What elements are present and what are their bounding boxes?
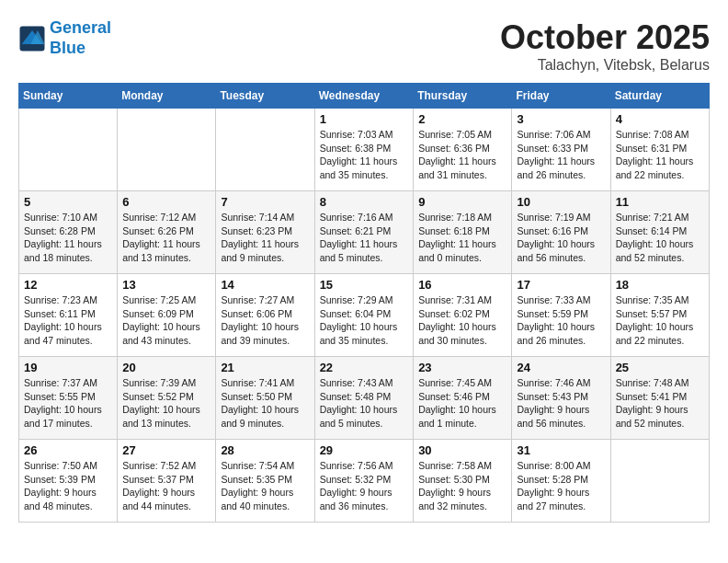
day-number: 24 xyxy=(517,361,605,374)
logo-line2: Blue xyxy=(50,39,85,57)
page-header: General Blue October 2025 Talachyn, Vite… xyxy=(18,18,710,74)
day-number: 19 xyxy=(24,361,112,374)
day-number: 31 xyxy=(517,443,605,457)
day-info: Sunrise: 8:00 AM Sunset: 5:28 PM Dayligh… xyxy=(517,459,605,513)
day-info: Sunrise: 7:25 AM Sunset: 6:09 PM Dayligh… xyxy=(122,293,210,348)
day-number: 26 xyxy=(24,443,112,457)
day-number: 21 xyxy=(221,361,309,374)
day-info: Sunrise: 7:56 AM Sunset: 5:32 PM Dayligh… xyxy=(320,459,409,513)
logo-icon xyxy=(18,25,46,52)
calendar-body: 1Sunrise: 7:03 AM Sunset: 6:38 PM Daylig… xyxy=(19,109,710,523)
weekday-header-tuesday: Tuesday xyxy=(216,84,314,109)
calendar-cell: 2Sunrise: 7:05 AM Sunset: 6:36 PM Daylig… xyxy=(414,109,512,191)
calendar-cell: 12Sunrise: 7:23 AM Sunset: 6:11 PM Dayli… xyxy=(19,274,118,357)
day-info: Sunrise: 7:50 AM Sunset: 5:39 PM Dayligh… xyxy=(24,459,112,513)
day-info: Sunrise: 7:48 AM Sunset: 5:41 PM Dayligh… xyxy=(616,376,704,431)
day-number: 25 xyxy=(616,361,704,374)
day-info: Sunrise: 7:39 AM Sunset: 5:52 PM Dayligh… xyxy=(122,376,210,431)
calendar-cell: 1Sunrise: 7:03 AM Sunset: 6:38 PM Daylig… xyxy=(314,109,414,191)
day-info: Sunrise: 7:23 AM Sunset: 6:11 PM Dayligh… xyxy=(24,293,112,348)
day-info: Sunrise: 7:29 AM Sunset: 6:04 PM Dayligh… xyxy=(320,293,409,348)
day-number: 11 xyxy=(616,195,704,209)
calendar-cell xyxy=(118,109,216,191)
calendar-header: SundayMondayTuesdayWednesdayThursdayFrid… xyxy=(19,84,710,109)
calendar-cell xyxy=(19,109,118,191)
day-number: 2 xyxy=(418,112,506,126)
day-number: 23 xyxy=(418,361,506,374)
logo: General Blue xyxy=(18,18,111,58)
day-number: 9 xyxy=(418,195,506,209)
day-info: Sunrise: 7:58 AM Sunset: 5:30 PM Dayligh… xyxy=(418,459,506,513)
day-number: 1 xyxy=(320,112,409,126)
day-number: 14 xyxy=(221,278,309,292)
calendar-cell: 26Sunrise: 7:50 AM Sunset: 5:39 PM Dayli… xyxy=(19,440,118,523)
calendar-cell: 19Sunrise: 7:37 AM Sunset: 5:55 PM Dayli… xyxy=(19,357,118,440)
day-info: Sunrise: 7:10 AM Sunset: 6:28 PM Dayligh… xyxy=(24,211,112,265)
day-number: 5 xyxy=(24,195,112,209)
calendar-cell: 30Sunrise: 7:58 AM Sunset: 5:30 PM Dayli… xyxy=(414,440,512,523)
weekday-header-row: SundayMondayTuesdayWednesdayThursdayFrid… xyxy=(19,84,710,109)
calendar-week-4: 19Sunrise: 7:37 AM Sunset: 5:55 PM Dayli… xyxy=(19,357,710,440)
day-info: Sunrise: 7:18 AM Sunset: 6:18 PM Dayligh… xyxy=(418,211,506,265)
calendar-cell: 5Sunrise: 7:10 AM Sunset: 6:28 PM Daylig… xyxy=(19,191,118,274)
calendar-cell: 25Sunrise: 7:48 AM Sunset: 5:41 PM Dayli… xyxy=(610,357,709,440)
calendar-week-2: 5Sunrise: 7:10 AM Sunset: 6:28 PM Daylig… xyxy=(19,191,710,274)
day-info: Sunrise: 7:06 AM Sunset: 6:33 PM Dayligh… xyxy=(517,128,605,182)
calendar-week-5: 26Sunrise: 7:50 AM Sunset: 5:39 PM Dayli… xyxy=(19,440,710,523)
day-info: Sunrise: 7:03 AM Sunset: 6:38 PM Dayligh… xyxy=(320,128,409,182)
day-info: Sunrise: 7:31 AM Sunset: 6:02 PM Dayligh… xyxy=(418,293,506,348)
calendar-cell: 15Sunrise: 7:29 AM Sunset: 6:04 PM Dayli… xyxy=(314,274,414,357)
calendar-cell: 24Sunrise: 7:46 AM Sunset: 5:43 PM Dayli… xyxy=(512,357,610,440)
weekday-header-saturday: Saturday xyxy=(610,84,709,109)
calendar-cell: 8Sunrise: 7:16 AM Sunset: 6:21 PM Daylig… xyxy=(314,191,414,274)
calendar-cell: 11Sunrise: 7:21 AM Sunset: 6:14 PM Dayli… xyxy=(610,191,709,274)
weekday-header-monday: Monday xyxy=(118,84,216,109)
day-number: 28 xyxy=(221,443,309,457)
calendar-cell xyxy=(610,440,709,523)
calendar-table: SundayMondayTuesdayWednesdayThursdayFrid… xyxy=(18,83,710,523)
day-number: 30 xyxy=(418,443,506,457)
logo-line1: General xyxy=(50,18,111,37)
calendar-cell: 4Sunrise: 7:08 AM Sunset: 6:31 PM Daylig… xyxy=(610,109,709,191)
day-number: 12 xyxy=(24,278,112,292)
weekday-header-wednesday: Wednesday xyxy=(314,84,414,109)
calendar-cell xyxy=(216,109,314,191)
day-info: Sunrise: 7:41 AM Sunset: 5:50 PM Dayligh… xyxy=(221,376,309,431)
day-info: Sunrise: 7:45 AM Sunset: 5:46 PM Dayligh… xyxy=(418,376,506,431)
day-info: Sunrise: 7:12 AM Sunset: 6:26 PM Dayligh… xyxy=(122,211,210,265)
day-number: 22 xyxy=(320,361,409,374)
calendar-cell: 7Sunrise: 7:14 AM Sunset: 6:23 PM Daylig… xyxy=(216,191,314,274)
calendar-cell: 13Sunrise: 7:25 AM Sunset: 6:09 PM Dayli… xyxy=(118,274,216,357)
day-info: Sunrise: 7:21 AM Sunset: 6:14 PM Dayligh… xyxy=(616,211,704,265)
calendar-cell: 21Sunrise: 7:41 AM Sunset: 5:50 PM Dayli… xyxy=(216,357,314,440)
calendar-cell: 31Sunrise: 8:00 AM Sunset: 5:28 PM Dayli… xyxy=(512,440,610,523)
day-info: Sunrise: 7:05 AM Sunset: 6:36 PM Dayligh… xyxy=(418,128,506,182)
logo-text: General Blue xyxy=(50,18,111,58)
calendar-cell: 18Sunrise: 7:35 AM Sunset: 5:57 PM Dayli… xyxy=(610,274,709,357)
day-info: Sunrise: 7:35 AM Sunset: 5:57 PM Dayligh… xyxy=(616,293,704,348)
day-info: Sunrise: 7:43 AM Sunset: 5:48 PM Dayligh… xyxy=(320,376,409,431)
calendar-cell: 29Sunrise: 7:56 AM Sunset: 5:32 PM Dayli… xyxy=(314,440,414,523)
day-info: Sunrise: 7:08 AM Sunset: 6:31 PM Dayligh… xyxy=(616,128,704,182)
day-number: 8 xyxy=(320,195,409,209)
calendar-cell: 14Sunrise: 7:27 AM Sunset: 6:06 PM Dayli… xyxy=(216,274,314,357)
weekday-header-thursday: Thursday xyxy=(414,84,512,109)
day-info: Sunrise: 7:33 AM Sunset: 5:59 PM Dayligh… xyxy=(517,293,605,348)
day-number: 15 xyxy=(320,278,409,292)
calendar-cell: 27Sunrise: 7:52 AM Sunset: 5:37 PM Dayli… xyxy=(118,440,216,523)
calendar-cell: 22Sunrise: 7:43 AM Sunset: 5:48 PM Dayli… xyxy=(314,357,414,440)
day-number: 29 xyxy=(320,443,409,457)
day-number: 10 xyxy=(517,195,605,209)
calendar-cell: 3Sunrise: 7:06 AM Sunset: 6:33 PM Daylig… xyxy=(512,109,610,191)
calendar-cell: 17Sunrise: 7:33 AM Sunset: 5:59 PM Dayli… xyxy=(512,274,610,357)
day-number: 27 xyxy=(122,443,210,457)
day-info: Sunrise: 7:27 AM Sunset: 6:06 PM Dayligh… xyxy=(221,293,309,348)
day-number: 18 xyxy=(616,278,704,292)
calendar-cell: 20Sunrise: 7:39 AM Sunset: 5:52 PM Dayli… xyxy=(118,357,216,440)
calendar-cell: 9Sunrise: 7:18 AM Sunset: 6:18 PM Daylig… xyxy=(414,191,512,274)
calendar-week-3: 12Sunrise: 7:23 AM Sunset: 6:11 PM Dayli… xyxy=(19,274,710,357)
day-info: Sunrise: 7:52 AM Sunset: 5:37 PM Dayligh… xyxy=(122,459,210,513)
weekday-header-friday: Friday xyxy=(512,84,610,109)
calendar-cell: 10Sunrise: 7:19 AM Sunset: 6:16 PM Dayli… xyxy=(512,191,610,274)
day-info: Sunrise: 7:37 AM Sunset: 5:55 PM Dayligh… xyxy=(24,376,112,431)
